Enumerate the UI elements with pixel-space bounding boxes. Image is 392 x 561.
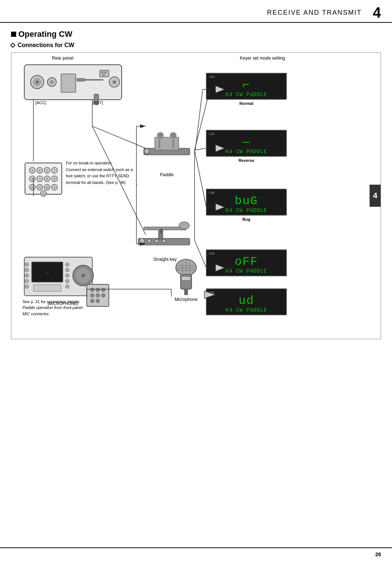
screen-off-group: CW oFF K4 CW PADDLE	[206, 249, 287, 278]
see-p31-italic: Paddle operation from front panel MIC co…	[22, 305, 82, 316]
note-text: For no break-in operation: Connect an ex…	[66, 160, 136, 186]
straight-key-svg	[136, 214, 193, 255]
svg-text:6: 6	[46, 178, 48, 180]
svg-rect-107	[33, 285, 61, 291]
svg-point-3	[36, 81, 39, 84]
paddle-device: Paddle	[140, 130, 193, 177]
svg-rect-11	[104, 71, 106, 73]
svg-point-95	[25, 268, 29, 272]
svg-point-99	[65, 263, 69, 266]
paddle-svg	[140, 130, 193, 170]
svg-point-109	[90, 288, 94, 292]
screen-normal-group: CW ⌐ K4 CW PADDLE Normal	[206, 73, 287, 109]
svg-text:2: 2	[46, 169, 48, 172]
svg-text:[KEY]: [KEY]	[93, 100, 103, 105]
sub-title-text: Connections for CW	[18, 42, 74, 49]
svg-point-116	[96, 299, 100, 303]
note-body: Connect an external switch such as a foo…	[66, 167, 133, 185]
connector-device-svg: 4 3 2 1 8 7 6 5 12 11 10 9	[23, 161, 67, 198]
see-p31-text: See p. 31 for connection details:	[22, 299, 80, 304]
connector-device: 4 3 2 1 8 7 6 5 12 11 10 9	[23, 161, 67, 199]
sub-section-title: Connections for CW	[0, 40, 392, 52]
straight-key-device: Straight key	[136, 214, 193, 262]
screen-normal: CW ⌐ K4 CW PADDLE	[206, 73, 287, 100]
svg-line-86	[195, 150, 206, 207]
header-number: 4	[373, 5, 381, 20]
see-p31-note: See p. 31 for connection details: Paddle…	[22, 299, 87, 317]
svg-line-76	[195, 89, 203, 150]
svg-point-96	[25, 274, 29, 277]
svg-text:12: 12	[31, 186, 34, 189]
mic-connector-box	[85, 283, 111, 309]
svg-point-63	[155, 239, 158, 243]
svg-rect-12	[103, 74, 105, 76]
screen-mic-group: CW ud K4 CW PADDLE	[206, 288, 287, 317]
screen-reverse: CW — K4 CW PADDLE	[206, 130, 287, 157]
svg-point-59	[179, 222, 189, 229]
svg-point-103	[65, 285, 69, 288]
svg-point-94	[25, 263, 29, 266]
note-bold: For no break-in operation:	[66, 161, 113, 165]
svg-point-114	[101, 294, 105, 297]
svg-text:8: 8	[32, 178, 33, 180]
svg-point-55	[144, 149, 149, 154]
svg-point-64	[162, 239, 166, 243]
svg-point-110	[96, 288, 100, 292]
diagram-box: 4 Keyer set mode setting Rear panel	[11, 52, 381, 339]
keyer-set-mode-label: Keyer set mode setting	[240, 56, 285, 61]
bottom-line	[0, 547, 392, 548]
mode-reverse-label: Reverse	[206, 158, 287, 163]
paddle-label: Paddle	[140, 172, 193, 177]
svg-point-115	[90, 299, 94, 303]
svg-text:5: 5	[54, 178, 55, 180]
svg-line-84	[195, 148, 206, 150]
svg-point-5	[50, 80, 54, 84]
svg-point-50	[159, 134, 162, 137]
svg-point-111	[101, 288, 105, 292]
svg-rect-53	[158, 139, 160, 148]
svg-point-102	[65, 279, 69, 283]
rear-panel-label: Rear panel	[52, 56, 74, 61]
chapter-tab: 4	[370, 185, 381, 207]
svg-rect-125	[182, 277, 190, 280]
svg-text:1: 1	[54, 169, 55, 172]
svg-line-68	[92, 126, 146, 148]
microphone-label: Microphone	[170, 297, 203, 302]
page-header: RECEIVE AND TRANSMIT 4	[0, 0, 392, 23]
header-title: RECEIVE AND TRANSMIT	[11, 9, 362, 17]
svg-text:9: 9	[54, 186, 55, 189]
main-title-text: Operating CW	[18, 29, 72, 39]
svg-point-112	[90, 294, 94, 297]
screen-mic: CW ud K4 CW PADDLE	[206, 288, 287, 315]
svg-point-100	[65, 268, 69, 272]
screen-bug-group: CW buG K4 CW PADDLE Bug	[206, 189, 287, 224]
screen-bug: CW buG K4 CW PADDLE	[206, 189, 287, 216]
svg-point-97	[25, 279, 29, 283]
section-title: Operating CW	[0, 23, 392, 40]
mode-normal-label: Normal	[206, 101, 287, 106]
svg-text:7: 7	[39, 178, 40, 180]
microphone-svg	[170, 258, 203, 295]
svg-text:•••: •••	[45, 271, 49, 274]
svg-text:4: 4	[32, 169, 33, 172]
svg-text:3: 3	[39, 169, 40, 172]
svg-point-98	[25, 285, 29, 288]
svg-point-65	[139, 238, 145, 244]
svg-text:13: 13	[42, 192, 45, 195]
svg-point-52	[172, 134, 175, 137]
microphone-device: Microphone	[170, 258, 203, 302]
black-square-icon	[11, 32, 16, 37]
svg-rect-8	[85, 79, 103, 81]
svg-point-106	[81, 274, 85, 277]
svg-rect-9	[100, 70, 109, 77]
svg-text:11: 11	[38, 186, 41, 189]
svg-text:[ACC]: [ACC]	[35, 100, 46, 105]
screen-off: CW oFF K4 CW PADDLE	[206, 249, 287, 276]
svg-rect-126	[184, 289, 188, 295]
screen-reverse-group: CW — K4 CW PADDLE Reverse	[206, 130, 287, 166]
page-number: 28	[375, 551, 381, 557]
mic-connector-svg	[85, 283, 111, 308]
svg-rect-6	[61, 74, 76, 92]
svg-rect-48	[155, 137, 179, 150]
svg-point-62	[147, 239, 151, 243]
